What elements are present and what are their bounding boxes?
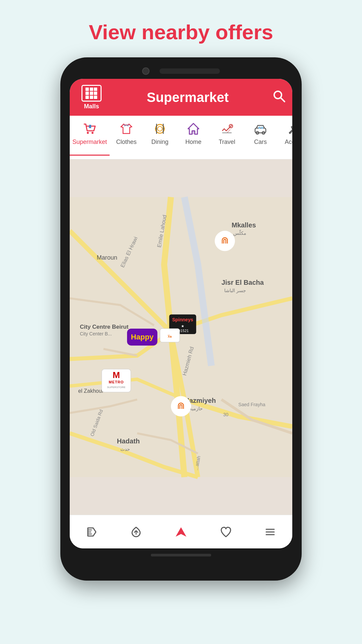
svg-text:جسر الباشا: جسر الباشا	[224, 288, 246, 293]
home-icon	[186, 120, 201, 137]
svg-text:City Centre Beirut: City Centre Beirut	[80, 324, 129, 330]
svg-point-3	[92, 132, 94, 134]
travel-icon	[220, 120, 234, 137]
header-logo[interactable]: Malls	[76, 85, 107, 110]
tab-home[interactable]: Home	[177, 119, 210, 156]
svg-text:M: M	[113, 370, 120, 380]
tab-dining[interactable]: Dining	[143, 119, 177, 156]
tab-travel[interactable]: Travel	[210, 119, 244, 156]
svg-text:حازمية: حازمية	[189, 406, 203, 412]
tab-cars-label: Cars	[254, 139, 267, 146]
tab-cars[interactable]: Cars	[244, 119, 277, 156]
svg-rect-18	[258, 127, 260, 129]
logo-box	[81, 85, 102, 102]
bottom-nav	[70, 515, 292, 548]
svg-text:Spinneys: Spinneys	[172, 317, 193, 322]
phone-screen: Malls Supermarket	[70, 79, 292, 548]
nav-tags[interactable]	[85, 525, 99, 539]
svg-text:Happy: Happy	[131, 333, 154, 341]
svg-text:⋒: ⋒	[177, 400, 185, 411]
phone-bottom-bar	[70, 554, 292, 556]
map-svg: Elias El Hrawi Emile Lahoud Hazmieh Rd 3…	[70, 159, 292, 515]
app-header: Malls Supermarket	[70, 79, 292, 116]
malls-label: Malls	[84, 103, 99, 110]
svg-text:el Zakhour: el Zakhour	[78, 388, 104, 394]
nav-nearby[interactable]	[174, 525, 188, 539]
logo-grid	[85, 88, 98, 99]
category-tabs: Supermarket Clothes	[70, 116, 292, 159]
map-area[interactable]: Elias El Hrawi Emile Lahoud Hazmieh Rd 3…	[70, 159, 292, 515]
svg-text:Jisr El Bacha: Jisr El Bacha	[222, 279, 264, 286]
phone-camera	[142, 67, 149, 75]
tab-supermarket[interactable]: Supermarket	[70, 119, 110, 156]
svg-text:حدث: حدث	[120, 446, 130, 452]
tab-dining-label: Dining	[152, 139, 169, 146]
phone-frame: Malls Supermarket	[60, 57, 302, 581]
svg-text:Mkalles: Mkalles	[232, 221, 256, 229]
svg-text:⋒: ⋒	[221, 235, 229, 246]
nav-offers[interactable]	[129, 525, 143, 539]
phone-speaker	[160, 68, 220, 74]
svg-marker-61	[176, 527, 186, 537]
tab-accessories[interactable]: Acce...	[277, 119, 292, 156]
search-icon[interactable]	[269, 89, 286, 106]
svg-text:مكلّس: مكلّس	[233, 229, 246, 236]
tab-accessories-label: Acce...	[285, 139, 292, 146]
tab-clothes[interactable]: Clothes	[110, 119, 143, 156]
svg-text:Maroun: Maroun	[97, 254, 117, 261]
cars-icon	[253, 120, 268, 137]
clothes-icon	[119, 120, 134, 137]
svg-rect-12	[192, 131, 195, 134]
svg-text:SUPERSTORE: SUPERSTORE	[107, 386, 126, 389]
svg-point-6	[158, 126, 162, 131]
supermarket-icon	[82, 120, 97, 137]
phone-home-indicator	[151, 554, 211, 556]
tab-clothes-label: Clothes	[116, 139, 137, 146]
svg-text:هلا: هلا	[168, 334, 172, 338]
page-title: View nearby offers	[89, 20, 273, 44]
tab-travel-label: Travel	[219, 139, 235, 146]
nav-favorites[interactable]	[219, 525, 233, 539]
svg-line-1	[281, 98, 285, 102]
svg-text:Hadath: Hadath	[117, 437, 140, 445]
svg-text:Saed Frayha: Saed Frayha	[238, 402, 265, 407]
svg-point-2	[87, 132, 89, 134]
svg-text:City Center B...: City Center B...	[80, 331, 112, 336]
svg-text:30: 30	[223, 412, 229, 417]
accessories-icon	[287, 120, 292, 137]
svg-text:METRO: METRO	[109, 380, 124, 384]
header-title: Supermarket	[107, 90, 269, 105]
svg-text:★: ★	[181, 324, 184, 328]
nav-menu[interactable]	[263, 525, 277, 539]
svg-rect-19	[261, 127, 263, 129]
dining-icon	[153, 120, 167, 137]
tab-home-label: Home	[185, 139, 201, 146]
tab-supermarket-label: Supermarket	[72, 139, 107, 146]
